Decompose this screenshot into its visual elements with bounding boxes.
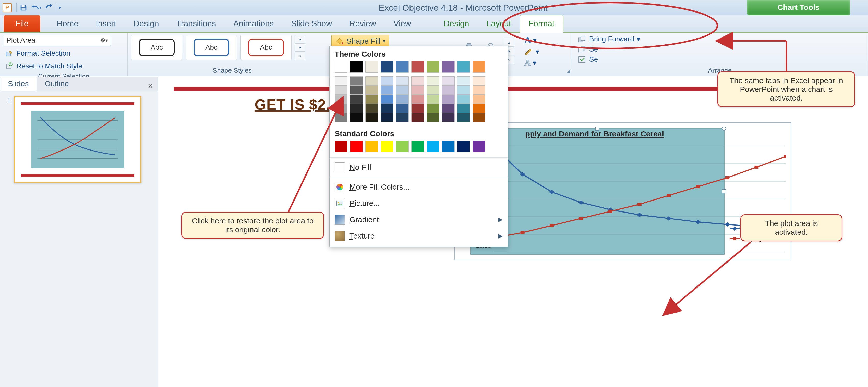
color-swatch[interactable] [472,104,485,113]
color-swatch[interactable] [381,113,394,122]
color-swatch[interactable] [472,76,485,86]
tab-slide-show[interactable]: Slide Show [282,15,341,32]
color-swatch[interactable] [381,104,394,113]
color-swatch[interactable] [350,95,363,104]
color-swatch[interactable] [381,95,394,104]
no-fill-item[interactable]: No Fill [330,159,508,175]
texture-fill-item[interactable]: Texture ▶ [330,228,508,244]
color-swatch[interactable] [411,113,424,122]
close-icon[interactable]: × [143,81,158,91]
color-swatch[interactable] [411,86,424,95]
color-swatch[interactable] [365,76,378,86]
color-swatch[interactable] [427,113,439,122]
color-swatch[interactable] [335,76,347,86]
color-swatch[interactable] [472,61,485,73]
selection-pane-button[interactable]: Se [578,55,864,64]
color-swatch[interactable] [427,140,439,152]
color-swatch[interactable] [365,95,378,104]
color-swatch[interactable] [411,61,424,73]
picture-fill-item[interactable]: Picture... [330,195,508,212]
color-swatch[interactable] [396,61,409,73]
shape-style-thumb-2[interactable]: Abc [186,35,237,60]
color-swatch[interactable] [350,104,363,113]
shape-style-thumb-1[interactable]: Abc [131,35,182,60]
color-swatch[interactable] [472,86,485,95]
tab-design[interactable]: Design [125,15,168,32]
color-swatch[interactable] [365,86,378,95]
tab-chart-design[interactable]: Design [435,15,478,32]
redo-icon[interactable] [44,3,54,13]
tab-animations[interactable]: Animations [225,15,282,32]
color-swatch[interactable] [457,140,470,152]
color-swatch[interactable] [335,113,347,122]
text-fill-button[interactable]: A▾ [524,35,539,45]
color-swatch[interactable] [396,113,409,122]
color-swatch[interactable] [427,95,439,104]
more-fill-colors-item[interactable]: More Fill Colors... [330,179,508,195]
color-swatch[interactable] [335,86,347,95]
gallery-up-icon[interactable]: ▴ [504,38,514,47]
color-swatch[interactable] [365,61,378,73]
color-swatch[interactable] [350,76,363,86]
outline-tab[interactable]: Outline [37,76,77,91]
color-swatch[interactable] [365,104,378,113]
bring-forward-button[interactable]: Bring Forward ▾ [578,35,864,43]
tab-transitions[interactable]: Transitions [168,15,225,32]
save-icon[interactable] [19,3,29,13]
color-swatch[interactable] [411,76,424,86]
color-swatch[interactable] [472,95,485,104]
color-swatch[interactable] [457,86,470,95]
tab-review[interactable]: Review [341,15,385,32]
gallery-down-icon[interactable]: ▾ [295,43,305,52]
color-swatch[interactable] [381,76,394,86]
tab-home[interactable]: Home [48,15,87,32]
color-swatch[interactable] [411,95,424,104]
color-swatch[interactable] [457,76,470,86]
color-swatch[interactable] [335,104,347,113]
tab-chart-format[interactable]: Format [520,15,563,33]
tab-insert[interactable]: Insert [87,15,125,32]
color-swatch[interactable] [457,113,470,122]
file-tab[interactable]: File [4,15,40,32]
gallery-more-icon[interactable]: ▿ [295,52,305,60]
color-swatch[interactable] [396,95,409,104]
color-swatch[interactable] [381,86,394,95]
color-swatch[interactable] [472,113,485,122]
tab-view[interactable]: View [385,15,420,32]
color-swatch[interactable] [396,86,409,95]
color-swatch[interactable] [396,104,409,113]
color-swatch[interactable] [350,113,363,122]
color-swatch[interactable] [365,140,378,152]
shape-style-thumb-3[interactable]: Abc [241,35,291,60]
color-swatch[interactable] [335,61,347,73]
color-swatch[interactable] [457,61,470,73]
color-swatch[interactable] [350,61,363,73]
chart-element-combo[interactable]: Plot Area �▾ [4,35,111,46]
gradient-fill-item[interactable]: Gradient ▶ [330,212,508,228]
undo-icon[interactable]: ▾ [31,3,41,13]
color-swatch[interactable] [442,61,455,73]
format-selection-button[interactable]: Format Selection [4,48,124,59]
color-swatch[interactable] [442,140,455,152]
color-swatch[interactable] [411,140,424,152]
color-swatch[interactable] [381,140,394,152]
send-backward-button[interactable]: Se [578,45,864,53]
tab-chart-layout[interactable]: Layout [478,15,520,32]
color-swatch[interactable] [427,104,439,113]
color-swatch[interactable] [442,86,455,95]
color-swatch[interactable] [335,140,347,152]
text-effects-button[interactable]: A▾ [524,58,539,68]
color-swatch[interactable] [457,104,470,113]
gallery-up-icon[interactable]: ▴ [295,35,305,43]
color-swatch[interactable] [350,86,363,95]
color-swatch[interactable] [442,113,455,122]
color-swatch[interactable] [427,86,439,95]
color-swatch[interactable] [396,140,409,152]
reset-to-match-style-button[interactable]: Reset to Match Style [4,61,124,71]
slide-thumbnail-1[interactable] [14,96,142,183]
color-swatch[interactable] [365,113,378,122]
dialog-launcher-icon[interactable]: ◢ [566,68,570,74]
color-swatch[interactable] [442,76,455,86]
color-swatch[interactable] [411,104,424,113]
color-swatch[interactable] [427,61,439,73]
